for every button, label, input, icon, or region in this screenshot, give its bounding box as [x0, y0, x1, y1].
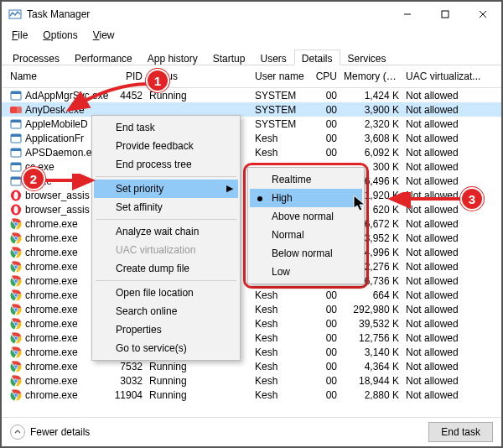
fewer-details-toggle[interactable]: Fewer details: [10, 425, 90, 440]
table-row[interactable]: chrome.exe3032RunningKesh0018,944 KNot a…: [2, 373, 501, 388]
ctx-provide-feedback[interactable]: Provide feedback: [94, 137, 238, 155]
svg-point-42: [15, 279, 18, 282]
priority-item-label: Low: [272, 266, 290, 278]
ctx-search-online[interactable]: Search online: [94, 302, 238, 320]
ctx-uac-virtualization: UAC virtualization: [94, 241, 238, 259]
col-uac[interactable]: UAC virtualizat...: [402, 70, 501, 82]
col-user[interactable]: User name: [252, 70, 309, 82]
process-icon: [10, 133, 22, 144]
chevron-up-icon: [10, 425, 25, 440]
process-name: browser_assis: [25, 190, 90, 201]
col-cpu[interactable]: CPU: [309, 70, 340, 82]
ctx-set-priority[interactable]: Set priority▶: [94, 180, 238, 198]
table-row[interactable]: chrome.exe7532RunningKesh004,364 KNot al…: [2, 359, 501, 373]
process-name: chrome.exe: [25, 304, 78, 315]
cell-uac: Not allowed: [402, 375, 501, 387]
cell-user: Kesh: [252, 361, 309, 372]
priority-realtime[interactable]: Realtime: [250, 170, 362, 189]
menu-separator: [96, 280, 236, 281]
table-row[interactable]: chrome.exeKesh00664 KNot allowed: [2, 288, 501, 302]
cell-mem: 39,532 K: [340, 318, 402, 330]
table-row[interactable]: chrome.exeKesh00292,980 KNot allowed: [2, 302, 501, 316]
priority-low[interactable]: Low: [250, 263, 362, 281]
svg-rect-12: [11, 134, 21, 137]
cell-uac: Not allowed: [402, 389, 501, 401]
ctx-open-file-location[interactable]: Open file location: [94, 284, 238, 302]
tab-services[interactable]: Services: [340, 49, 394, 65]
red-arrow-1: [60, 80, 153, 122]
priority-above-normal[interactable]: Above normal: [250, 207, 362, 226]
end-task-button[interactable]: End task: [428, 422, 493, 442]
tab-startup[interactable]: Startup: [205, 49, 253, 65]
svg-rect-10: [11, 120, 21, 122]
ctx-create-dump-file[interactable]: Create dump file: [94, 259, 238, 278]
priority-submenu-callout-box: RealtimeHighAbove normalNormalBelow norm…: [243, 163, 369, 289]
process-name: browser_assis: [25, 204, 90, 216]
menu-bar: File Options View: [2, 27, 501, 44]
process-name: chrome.exe: [25, 375, 78, 387]
process-name: chrome.exe: [25, 389, 78, 401]
process-icon: [10, 175, 22, 187]
menu-file[interactable]: File: [5, 29, 34, 42]
process-icon: [10, 204, 22, 216]
ctx-go-to-service-s-[interactable]: Go to service(s): [94, 339, 238, 357]
svg-rect-16: [11, 163, 21, 165]
tab-performance[interactable]: Performance: [67, 49, 140, 65]
cell-cpu: 00: [309, 104, 340, 116]
cell-cpu: 00: [309, 90, 340, 102]
cell-cpu: 00: [309, 318, 340, 330]
table-row[interactable]: chrome.exe2960RunningKesh0012,756 KNot a…: [2, 331, 501, 345]
tab-details[interactable]: Details: [294, 49, 340, 65]
ctx-set-affinity[interactable]: Set affinity: [94, 198, 238, 216]
minimize-button[interactable]: [388, 2, 426, 27]
svg-rect-2: [442, 11, 449, 18]
cell-user: SYSTEM: [252, 118, 309, 130]
maximize-button[interactable]: [426, 2, 464, 27]
callout-2: 2: [22, 167, 45, 190]
svg-point-54: [15, 322, 18, 325]
title-bar: Task Manager: [2, 2, 501, 27]
priority-normal[interactable]: Normal: [250, 226, 362, 244]
process-name: chrome.exe: [25, 289, 78, 301]
cell-status: Running: [146, 375, 252, 387]
svg-point-58: [15, 336, 18, 339]
priority-high[interactable]: High: [250, 189, 362, 207]
priority-item-label: Below normal: [272, 247, 333, 259]
cell-cpu: 00: [309, 375, 340, 387]
table-row[interactable]: chrome.exe11904RunningKesh002,880 KNot a…: [2, 388, 501, 402]
table-row[interactable]: APSDaemon.eKesh006,092 KNot allowed: [2, 145, 501, 159]
cell-mem: 2,320 K: [340, 118, 402, 130]
priority-item-label: High: [272, 192, 293, 204]
svg-point-62: [15, 351, 18, 353]
cell-cpu: 00: [309, 147, 340, 159]
current-priority-dot-icon: [257, 196, 262, 201]
tab-app-history[interactable]: App history: [140, 49, 205, 65]
cell-status: Running: [146, 361, 252, 372]
tab-processes[interactable]: Processes: [5, 49, 67, 65]
cell-user: SYSTEM: [252, 104, 309, 116]
ctx-properties[interactable]: Properties: [94, 320, 238, 339]
cell-uac: Not allowed: [402, 247, 501, 258]
process-icon: [10, 118, 22, 130]
close-button[interactable]: [464, 2, 501, 27]
col-mem[interactable]: Memory (a...: [340, 70, 402, 82]
table-row[interactable]: ApplicationFrKesh003,608 KNot allowed: [2, 131, 501, 145]
ctx-analyze-wait-chain[interactable]: Analyze wait chain: [94, 222, 238, 241]
cell-uac: Not allowed: [402, 218, 501, 230]
cell-uac: Not allowed: [402, 261, 501, 273]
cell-uac: Not allowed: [402, 147, 501, 159]
process-icon: [10, 232, 22, 244]
process-name: chrome.exe: [25, 218, 78, 230]
window-title: Task Manager: [27, 8, 90, 20]
menu-view[interactable]: View: [86, 29, 122, 42]
menu-options[interactable]: Options: [36, 29, 84, 42]
svg-point-66: [15, 365, 18, 367]
cell-mem: 12,756 K: [340, 332, 402, 344]
process-icon: [10, 247, 22, 258]
table-row[interactable]: chrome.exeKesh0039,532 KNot allowed: [2, 316, 501, 331]
ctx-end-process-tree[interactable]: End process tree: [94, 155, 238, 174]
table-row[interactable]: chrome.exe2652RunningKesh003,140 KNot al…: [2, 345, 501, 359]
priority-below-normal[interactable]: Below normal: [250, 244, 362, 263]
cell-uac: Not allowed: [402, 90, 501, 102]
tab-users[interactable]: Users: [252, 49, 293, 65]
